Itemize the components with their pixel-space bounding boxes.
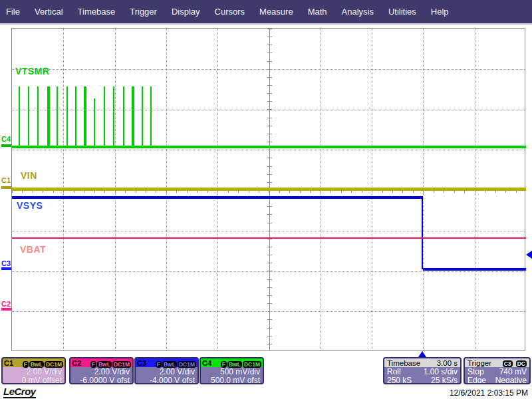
channel-marker-dash-c3[interactable] <box>1 267 11 270</box>
trace-label-vtsmr: VTSMR <box>15 66 50 76</box>
gridline-horizontal <box>12 231 525 231</box>
timebase-value: 3.00 s <box>437 359 458 367</box>
channel-marker-c2[interactable]: C2 <box>1 300 11 308</box>
timebase-body: Roll 1.00 s/div 250 kS 25 kS/s <box>384 367 460 384</box>
trace-vtsmr-pulse <box>94 98 95 147</box>
trace-vtsmr-pulse <box>75 86 76 147</box>
channel-box-c4[interactable]: C4FBwLDC1M500 mV/div500.0 mV ofst <box>200 357 264 384</box>
channel-badge-dc1m: DC1M <box>178 361 196 368</box>
channel-box-body-c2: 2.00 V/div-6.0000 V ofst <box>70 367 132 384</box>
oscilloscope-screen: FileVerticalTimebaseTriggerDisplayCursor… <box>0 0 532 399</box>
channel-id-label: C1 <box>4 359 13 367</box>
menu-item-utilities[interactable]: Utilities <box>388 7 416 17</box>
channel-marker-dash-c1[interactable] <box>1 186 11 189</box>
channel-offset: 0 mV offset <box>3 376 62 384</box>
channel-box-header-c4: C4FBwLDC1M <box>201 358 263 367</box>
channel-badge-bwl: BwL <box>162 361 177 368</box>
trigger-source-badge: C3 <box>503 360 513 367</box>
channel-box-body-c1: 2.00 V/div0 mV offset <box>3 367 65 384</box>
channel-badge-dc1m: DC1M <box>45 361 63 368</box>
channel-badge-dc1m: DC1M <box>243 361 261 368</box>
channel-box-header-c2: C2FBwLDC1M <box>70 358 132 367</box>
channel-id-label: C3 <box>137 359 146 367</box>
channel-box-header-c1: C1FBwLDC1M <box>3 358 65 367</box>
trace-vsys-low <box>423 268 526 271</box>
menu-item-display[interactable]: Display <box>172 7 200 17</box>
menu-item-file[interactable]: File <box>6 7 20 17</box>
channel-badge-f: F <box>90 361 96 368</box>
trace-vtsmr-pulse <box>132 86 134 147</box>
channel-box-header-c3: C3FBwLDC1M <box>136 358 198 367</box>
channel-marker-c1[interactable]: C1 <box>1 176 11 184</box>
menu-item-cursors[interactable]: Cursors <box>215 7 245 17</box>
channel-offset: -4.000 V ofst <box>136 376 195 384</box>
channel-offset: -6.0000 V ofst <box>70 376 130 384</box>
channel-badge-f: F <box>221 361 227 368</box>
menu-item-measure[interactable]: Measure <box>259 7 293 17</box>
trace-vtsmr-pulse <box>19 86 20 147</box>
channel-badge-dc1m: DC1M <box>112 361 131 368</box>
menu-bar: FileVerticalTimebaseTriggerDisplayCursor… <box>0 0 532 25</box>
channel-marker-c3[interactable]: C3 <box>1 259 11 267</box>
trace-vtsmr-pulse <box>150 86 152 147</box>
trigger-time-marker-icon[interactable] <box>418 351 426 357</box>
trace-vtsmr-pulse <box>47 86 50 147</box>
channel-marker-c4[interactable]: C4 <box>1 135 11 143</box>
trigger-badges: C3 DC <box>501 359 527 367</box>
menu-item-math[interactable]: Math <box>308 7 327 17</box>
channel-box-c3[interactable]: C3FBwLDC1M2.00 V/div-4.000 V ofst <box>134 357 199 384</box>
trace-label-vin: VIN <box>21 170 37 181</box>
timestamp: 12/6/2021 2:03:15 PM <box>450 388 528 398</box>
channel-id-label: C2 <box>72 359 81 367</box>
trigger-type: Edge <box>467 376 486 384</box>
gridline-horizontal <box>12 110 525 110</box>
trace-vtsmr-pulse <box>37 86 39 147</box>
waveform-grid: VTSMR VIN VSYS VBAT <box>11 28 525 351</box>
menu-item-timebase[interactable]: Timebase <box>78 7 116 17</box>
trace-vtsmr-pulse <box>104 86 105 147</box>
channel-badge-f: F <box>23 361 29 368</box>
channel-badge-f: F <box>156 361 162 368</box>
timebase-header: Timebase 3.00 s <box>384 358 460 367</box>
trace-vtsmr-pulse <box>28 86 29 147</box>
timebase-samplerate: 25 kS/s <box>431 376 458 384</box>
gridline-horizontal <box>12 271 525 272</box>
gridline-horizontal <box>12 150 525 150</box>
trace-vtsmr-pulse <box>84 86 86 147</box>
trace-vtsmr-pulse <box>66 86 68 147</box>
trigger-box[interactable]: Trigger C3 DC Stop 740 mV Edge Negative <box>464 357 531 384</box>
channel-marker-dash-c2[interactable] <box>1 308 11 311</box>
menu-item-trigger[interactable]: Trigger <box>130 7 157 17</box>
timebase-box[interactable]: Timebase 3.00 s Roll 1.00 s/div 250 kS 2… <box>383 357 462 384</box>
channel-box-body-c4: 500 mV/div500.0 mV ofst <box>201 367 263 384</box>
channel-box-body-c3: 2.00 V/div-4.000 V ofst <box>136 367 198 384</box>
channel-offset: 500.0 mV ofst <box>201 376 260 384</box>
menu-item-analysis[interactable]: Analysis <box>342 7 374 17</box>
trigger-level-marker-icon[interactable] <box>526 251 532 259</box>
trace-vbat <box>12 237 526 239</box>
trigger-title: Trigger <box>467 359 491 367</box>
trace-label-vsys: VSYS <box>17 200 43 211</box>
trace-vtsmr-pulse <box>113 86 114 147</box>
lecroy-logo: LeCroy <box>3 386 36 398</box>
trigger-header: Trigger C3 DC <box>465 358 529 367</box>
channel-badge-bwl: BwL <box>29 361 44 368</box>
trigger-slope: Negative <box>495 376 527 384</box>
channel-id-label: C4 <box>202 359 211 367</box>
trigger-body: Stop 740 mV Edge Negative <box>465 367 529 384</box>
channel-box-c2[interactable]: C2FBwLDC1M2.00 V/div-6.0000 V ofst <box>69 357 134 384</box>
gridline-horizontal <box>12 69 525 70</box>
channel-marker-dash-c4[interactable] <box>1 144 11 147</box>
trace-vsys-step <box>422 198 423 269</box>
timebase-samples: 250 kS <box>387 376 412 384</box>
trigger-coupling-badge: DC <box>516 360 527 367</box>
channel-badge-bwl: BwL <box>97 361 112 368</box>
trace-vin <box>12 188 526 191</box>
menu-item-help[interactable]: Help <box>431 7 449 17</box>
channel-badge-bwl: BwL <box>227 361 242 368</box>
gridline-horizontal <box>12 311 525 312</box>
channel-box-c1[interactable]: C1FBwLDC1M2.00 V/div0 mV offset <box>1 357 66 384</box>
menu-item-vertical[interactable]: Vertical <box>35 7 63 17</box>
trace-vsys-high <box>12 196 423 199</box>
trace-vtsmr-pulse <box>142 86 143 147</box>
